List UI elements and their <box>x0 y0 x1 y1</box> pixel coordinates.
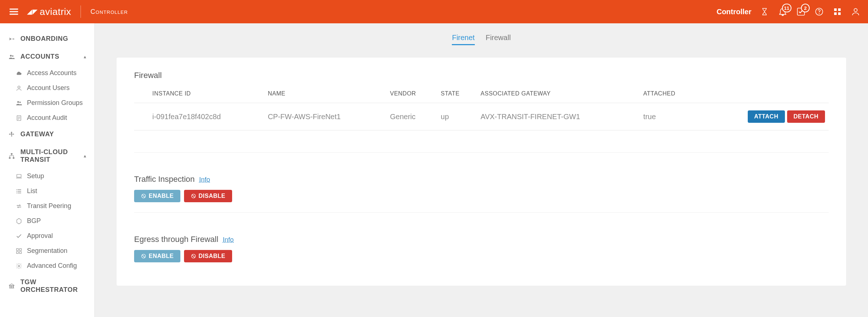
topbar-right: Controller 11 2 <box>716 7 861 17</box>
nav-item-transit-peering[interactable]: Transit Peering <box>0 199 94 214</box>
col-vendor: VENDOR <box>386 85 437 103</box>
nav-group-tgw-orchestrator[interactable]: TGW ORCHESTRATOR <box>0 273 94 299</box>
nav-item-access-accounts[interactable]: Access Accounts <box>0 66 94 81</box>
nav-item-label: BGP <box>27 217 41 225</box>
nav-item-approval[interactable]: Approval <box>0 228 94 243</box>
col-state: STATE <box>437 85 477 103</box>
nav-item-label: Account Users <box>27 84 70 92</box>
attach-button[interactable]: ATTACH <box>748 110 785 123</box>
nav-group-label: GATEWAY <box>20 130 54 138</box>
nav-item-label: Transit Peering <box>27 202 71 210</box>
brand-mark-icon: ◢◤ <box>27 8 38 16</box>
nav-group-label: MULTI-CLOUD TRANSIT <box>20 148 79 164</box>
traffic-inspection-title: Traffic Inspection Info <box>134 175 829 184</box>
sidebar: ONBOARDINGACCOUNTS▴Access AccountsAccoun… <box>0 23 95 317</box>
sitemap-icon <box>8 152 15 160</box>
hourglass-icon[interactable] <box>759 7 770 17</box>
main-content: Firenet Firewall Firewall INSTANCE ID NA… <box>95 23 868 317</box>
notifications-icon[interactable]: 11 <box>778 7 788 17</box>
enable-label: ENABLE <box>149 253 174 259</box>
disable-label: DISABLE <box>199 253 226 259</box>
nav-item-list[interactable]: List <box>0 184 94 199</box>
nav-item-label: Setup <box>27 172 44 180</box>
cell-name: CP-FW-AWS-FireNet1 <box>264 103 386 130</box>
nav-item-account-audit[interactable]: Account Audit <box>0 110 94 125</box>
nav-group-multi-cloud-transit[interactable]: MULTI-CLOUD TRANSIT▴ <box>0 143 94 169</box>
users-icon <box>15 99 23 107</box>
cell-vendor: Generic <box>386 103 437 130</box>
chevron-icon: ▴ <box>84 153 86 158</box>
nav-item-label: Segmentation <box>27 247 67 255</box>
egress-disable-button[interactable]: DISABLE <box>184 250 232 262</box>
nav-item-label: Account Audit <box>27 114 67 122</box>
nav-item-label: Advanced Config <box>27 262 77 270</box>
nav-group-label: TGW ORCHESTRATOR <box>20 278 86 294</box>
traffic-inspection-label: Traffic Inspection <box>134 175 195 184</box>
laptop-icon <box>15 173 23 180</box>
egress-section: Egress through Firewall Info ENABLE DISA… <box>134 235 829 273</box>
brand-logo: ◢◤ aviatrix <box>27 6 71 17</box>
traffic-inspection-disable-button[interactable]: DISABLE <box>184 190 232 202</box>
egress-label: Egress through Firewall <box>134 235 218 244</box>
egress-info-link[interactable]: Info <box>223 236 234 243</box>
move-icon <box>8 131 15 138</box>
nav-item-segmentation[interactable]: Segmentation <box>0 243 94 258</box>
col-attached: ATTACHED <box>640 85 699 103</box>
plane-icon <box>8 35 15 43</box>
traffic-inspection-info-link[interactable]: Info <box>199 176 210 183</box>
nav-group-label: ONBOARDING <box>20 35 68 43</box>
brand-name: aviatrix <box>40 6 71 17</box>
traffic-inspection-enable-button[interactable]: ENABLE <box>134 190 180 202</box>
nav-item-account-users[interactable]: Account Users <box>0 81 94 95</box>
nav-item-label: List <box>27 187 37 195</box>
cell-attached: true <box>640 103 699 130</box>
brand-section: Controller <box>90 8 128 16</box>
disable-label: DISABLE <box>199 193 226 199</box>
apps-grid-icon[interactable] <box>832 7 842 17</box>
egress-title: Egress through Firewall Info <box>134 235 829 244</box>
tab-firenet[interactable]: Firenet <box>452 34 474 45</box>
table-row[interactable]: i-091fea7e18f402c8d CP-FW-AWS-FireNet1 G… <box>134 103 829 130</box>
user-icon[interactable] <box>851 7 861 17</box>
bank-icon <box>8 282 15 290</box>
col-name: NAME <box>264 85 386 103</box>
notifications-badge: 11 <box>782 4 791 12</box>
nav-group-onboarding[interactable]: ONBOARDING <box>0 30 94 48</box>
users-icon <box>8 53 15 60</box>
col-associated-gateway: ASSOCIATED GATEWAY <box>477 85 640 103</box>
detach-button[interactable]: DETACH <box>787 110 825 123</box>
enable-label: ENABLE <box>149 193 174 199</box>
brand-divider <box>81 5 81 18</box>
exchange-icon <box>15 203 23 210</box>
egress-enable-button[interactable]: ENABLE <box>134 250 180 262</box>
nav-item-setup[interactable]: Setup <box>0 169 94 184</box>
cell-state: up <box>437 103 477 130</box>
tasks-badge: 2 <box>801 4 810 12</box>
top-bar: ◢◤ aviatrix Controller Controller 11 2 <box>0 0 868 23</box>
traffic-inspection-section: Traffic Inspection Info ENABLE DISABLE <box>134 175 829 213</box>
tab-firewall[interactable]: Firewall <box>486 34 511 45</box>
nav-group-accounts[interactable]: ACCOUNTS▴ <box>0 48 94 66</box>
help-icon[interactable] <box>814 7 824 17</box>
controller-label[interactable]: Controller <box>716 8 751 16</box>
audit-icon <box>15 114 23 122</box>
cell-instance-id: i-091fea7e18f402c8d <box>149 103 264 130</box>
firewall-table: INSTANCE ID NAME VENDOR STATE ASSOCIATED… <box>134 85 829 130</box>
nav-item-label: Approval <box>27 232 53 240</box>
firewall-title: Firewall <box>134 71 829 80</box>
chevron-icon: ▴ <box>84 54 86 59</box>
nav-item-bgp[interactable]: BGP <box>0 214 94 228</box>
nav-item-advanced-config[interactable]: Advanced Config <box>0 258 94 273</box>
nav-group-label: ACCOUNTS <box>20 53 59 60</box>
menu-toggle-button[interactable] <box>7 5 20 18</box>
gear-icon <box>15 262 23 270</box>
nav-item-label: Access Accounts <box>27 69 77 77</box>
nav-item-label: Permission Groups <box>27 99 83 107</box>
col-instance-id: INSTANCE ID <box>149 85 264 103</box>
nav-item-permission-groups[interactable]: Permission Groups <box>0 95 94 110</box>
nav-group-gateway[interactable]: GATEWAY <box>0 125 94 143</box>
check-icon <box>15 232 23 240</box>
brand: ◢◤ aviatrix Controller <box>27 5 128 18</box>
tasks-icon[interactable]: 2 <box>796 7 806 17</box>
firewall-section: Firewall INSTANCE ID NAME VENDOR STATE A… <box>134 71 829 153</box>
